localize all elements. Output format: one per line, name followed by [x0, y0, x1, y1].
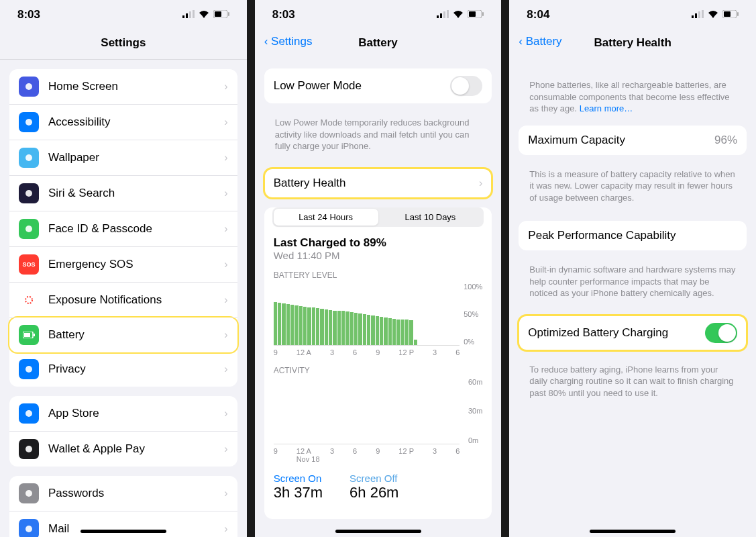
- opt-toggle[interactable]: [705, 323, 737, 343]
- maxcap-desc: This is a measure of battery capacity re…: [519, 164, 747, 205]
- svg-rect-23: [437, 15, 439, 18]
- home-indicator[interactable]: [80, 530, 166, 533]
- title-bar: Settings: [0, 28, 247, 60]
- chevron-right-icon: ›: [479, 177, 482, 189]
- row-label: Face ID & Passcode: [48, 222, 224, 236]
- chevron-right-icon: ›: [224, 363, 227, 375]
- signal-icon: [437, 8, 449, 21]
- svg-rect-29: [469, 11, 476, 17]
- svg-point-10: [25, 190, 32, 197]
- peak-desc: Built-in dynamic software and hardware s…: [519, 260, 747, 301]
- svg-rect-31: [695, 13, 697, 18]
- svg-point-9: [25, 154, 32, 161]
- chevron-right-icon: ›: [224, 407, 227, 420]
- svg-point-7: [25, 83, 32, 90]
- chevron-right-icon: ›: [224, 523, 227, 535]
- last-charged-title: Last Charged to 89%: [274, 236, 483, 250]
- lpm-toggle[interactable]: [450, 76, 482, 96]
- settings-row[interactable]: Home Screen›: [9, 69, 237, 105]
- settings-row[interactable]: Wallpaper›: [9, 140, 237, 176]
- row-label: Wallpaper: [48, 151, 224, 164]
- maxcap-value: 96%: [714, 134, 737, 147]
- title-bar: ‹ Settings Battery: [255, 28, 502, 59]
- intro-text: Phone batteries, like all rechargeable b…: [519, 59, 747, 116]
- back-button[interactable]: ‹ Settings: [264, 35, 313, 48]
- settings-row[interactable]: Battery›: [9, 318, 237, 352]
- screen-on-block: Screen On 3h 37m: [274, 473, 323, 501]
- battery-level-chart: 100%50%0% 912 A36912 P36: [264, 283, 492, 356]
- screen-off-block: Screen Off 6h 26m: [349, 473, 398, 501]
- svg-rect-0: [182, 15, 184, 18]
- time-range-segment[interactable]: Last 24 Hours Last 10 Days: [272, 207, 484, 227]
- low-power-mode-row[interactable]: Low Power Mode: [264, 68, 492, 103]
- settings-row[interactable]: Mail›: [9, 511, 237, 537]
- battery-health-row[interactable]: Battery Health ›: [264, 168, 492, 198]
- usage-card: Last 24 Hours Last 10 Days Last Charged …: [264, 207, 492, 519]
- status-right: [437, 8, 484, 21]
- row-label: Privacy: [48, 362, 224, 376]
- screen-battery: 8:03 ‹ Settings Battery Low Power Mode L…: [255, 0, 502, 537]
- battery-status-icon: [213, 8, 229, 21]
- chevron-right-icon: ›: [224, 116, 227, 128]
- screen-settings: 8:03 Settings Home Screen›Accessibility›…: [0, 0, 247, 537]
- seg-last-24h[interactable]: Last 24 Hours: [274, 209, 378, 226]
- appstore-icon: [19, 403, 39, 424]
- settings-row[interactable]: Siri & Search›: [9, 176, 237, 211]
- row-label: Passwords: [48, 487, 224, 500]
- svg-point-12: [25, 297, 32, 303]
- settings-row[interactable]: Face ID & Passcode›: [9, 211, 237, 247]
- svg-rect-6: [215, 11, 221, 17]
- svg-point-18: [25, 446, 32, 452]
- settings-row[interactable]: App Store›: [9, 396, 237, 432]
- opt-desc: To reduce battery aging, iPhone learns f…: [519, 360, 747, 401]
- seg-last-10d[interactable]: Last 10 Days: [378, 209, 483, 226]
- status-bar: 8:03: [0, 0, 247, 28]
- settings-row[interactable]: Accessibility›: [9, 105, 237, 140]
- settings-row[interactable]: Wallet & Apple Pay›: [9, 432, 237, 467]
- date-tick: Nov 18: [264, 455, 492, 463]
- bh-content[interactable]: Phone batteries, like all rechargeable b…: [509, 59, 756, 537]
- row-label: Exposure Notifications: [48, 293, 224, 307]
- opt-label: Optimized Battery Charging: [528, 326, 705, 340]
- max-capacity-row: Maximum Capacity 96%: [519, 126, 747, 155]
- page-title: Settings: [101, 36, 146, 49]
- mail-icon: [19, 519, 39, 537]
- svg-rect-36: [724, 11, 731, 17]
- svg-point-16: [25, 366, 32, 373]
- optimized-charging-row[interactable]: Optimized Battery Charging: [519, 315, 747, 350]
- home-indicator[interactable]: [590, 530, 676, 533]
- svg-rect-35: [737, 12, 739, 16]
- battery-content[interactable]: Low Power Mode Low Power Mode temporaril…: [255, 59, 502, 537]
- chevron-right-icon: ›: [224, 487, 227, 499]
- home-screen-icon: [19, 77, 39, 97]
- status-time: 8:03: [17, 8, 40, 21]
- activity-chart: 60m30m0m 912 A36912 P36: [264, 378, 492, 455]
- svg-rect-28: [482, 12, 484, 16]
- wifi-icon: [199, 8, 209, 21]
- chevron-right-icon: ›: [224, 294, 227, 306]
- svg-rect-25: [443, 11, 445, 18]
- chevron-right-icon: ›: [224, 329, 227, 341]
- status-right: [182, 8, 229, 21]
- passwords-icon: [19, 483, 39, 503]
- svg-point-17: [25, 410, 32, 417]
- settings-row[interactable]: Privacy›: [9, 352, 237, 387]
- row-label: App Store: [48, 407, 224, 420]
- settings-row[interactable]: Exposure Notifications›: [9, 283, 237, 318]
- peak-perf-row[interactable]: Peak Performance Capability: [519, 221, 747, 250]
- learn-more-link[interactable]: Learn more…: [580, 103, 633, 113]
- back-button[interactable]: ‹ Battery: [519, 35, 561, 48]
- screen-times: Screen On 3h 37m Screen Off 6h 26m: [264, 463, 492, 512]
- screen-on-label: Screen On: [274, 473, 323, 484]
- row-label: Siri & Search: [48, 187, 224, 200]
- settings-row[interactable]: Passwords›: [9, 476, 237, 511]
- row-label: Accessibility: [48, 115, 224, 129]
- chevron-right-icon: ›: [224, 81, 227, 93]
- low-power-mode-group: Low Power Mode: [264, 68, 492, 103]
- settings-row[interactable]: SOSEmergency SOS›: [9, 247, 237, 283]
- privacy-icon: [19, 359, 39, 379]
- settings-list[interactable]: Home Screen›Accessibility›Wallpaper›Siri…: [0, 60, 247, 537]
- row-label: Mail: [48, 522, 224, 536]
- svg-rect-3: [193, 10, 195, 18]
- home-indicator[interactable]: [335, 530, 421, 533]
